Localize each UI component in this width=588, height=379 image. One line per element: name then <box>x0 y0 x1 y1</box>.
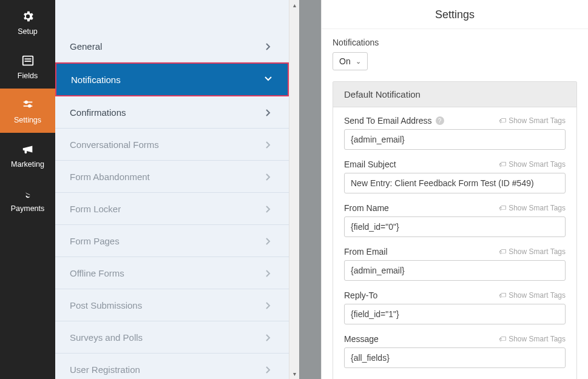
tag-icon: 🏷 <box>499 247 506 256</box>
nav-fields[interactable]: Fields <box>0 44 55 89</box>
tag-icon: 🏷 <box>499 160 506 169</box>
settings-item-offline-forms[interactable]: Offline Forms <box>55 257 289 289</box>
settings-item-label: Form Pages <box>70 236 120 246</box>
smart-tags-label: Show Smart Tags <box>509 291 566 300</box>
nav-marketing[interactable]: Marketing <box>0 133 55 177</box>
settings-item-form-locker[interactable]: Form Locker <box>55 193 289 225</box>
nav-label: Marketing <box>11 160 44 169</box>
settings-item-user-registration[interactable]: User Registration <box>55 354 289 379</box>
field-from-email: From Email 🏷 Show Smart Tags <box>344 247 566 281</box>
show-smart-tags[interactable]: 🏷 Show Smart Tags <box>499 204 566 212</box>
field-send-to: Send To Email Address ? 🏷 Show Smart Tag… <box>344 116 566 150</box>
field-label-text: Send To Email Address <box>344 116 432 126</box>
smart-tags-label: Show Smart Tags <box>509 116 566 125</box>
tag-icon: 🏷 <box>499 335 506 343</box>
send-to-input[interactable] <box>344 129 566 150</box>
field-from-name: From Name 🏷 Show Smart Tags <box>344 203 566 237</box>
chevron-down-icon: ⌄ <box>356 58 361 65</box>
reply-to-input[interactable] <box>344 304 566 324</box>
notification-card: Default Notification Send To Email Addre… <box>333 81 577 379</box>
settings-item-label: General <box>70 41 102 52</box>
nav-payments[interactable]: Payments <box>0 177 55 221</box>
nav-label: Payments <box>11 204 45 213</box>
field-label-text: Reply-To <box>344 290 377 300</box>
dollar-icon <box>21 186 35 201</box>
scrollbar[interactable]: ▴ ▾ <box>289 0 299 379</box>
settings-item-general[interactable]: General <box>55 30 289 62</box>
subject-input[interactable] <box>344 173 566 193</box>
chevron-right-icon <box>266 270 272 276</box>
nav-label: Settings <box>14 116 41 124</box>
smart-tags-label: Show Smart Tags <box>509 160 566 169</box>
settings-list: General Notifications Confirmations Conv… <box>55 0 289 379</box>
field-label-text: From Name <box>344 203 389 213</box>
settings-item-form-abandonment[interactable]: Form Abandonment <box>55 161 289 193</box>
settings-item-label: User Registration <box>70 364 140 375</box>
content-area: Settings Notifications On ⌄ Default Noti… <box>321 0 588 379</box>
nav-label: Fields <box>18 72 38 80</box>
svg-point-6 <box>28 105 30 107</box>
settings-item-label: Offline Forms <box>70 268 124 278</box>
settings-item-surveys-polls[interactable]: Surveys and Polls <box>55 321 289 354</box>
help-icon[interactable]: ? <box>436 116 444 125</box>
nav-label: Setup <box>18 27 38 36</box>
field-reply-to: Reply-To 🏷 Show Smart Tags <box>344 290 566 324</box>
settings-item-label: Form Locker <box>70 204 121 214</box>
chevron-right-icon <box>266 206 272 212</box>
field-label-text: Message <box>344 334 379 344</box>
chevron-right-icon <box>266 141 272 147</box>
show-smart-tags[interactable]: 🏷 Show Smart Tags <box>499 160 566 169</box>
page-title: Settings <box>322 0 588 29</box>
smart-tags-label: Show Smart Tags <box>509 335 566 343</box>
svg-point-4 <box>25 101 27 103</box>
notifications-toggle[interactable]: On ⌄ <box>333 52 368 70</box>
settings-item-notifications[interactable]: Notifications <box>55 62 289 96</box>
chevron-right-icon <box>266 302 272 308</box>
settings-submenu: General Notifications Confirmations Conv… <box>55 0 299 379</box>
message-input[interactable] <box>344 347 566 368</box>
field-label-text: Email Subject <box>344 159 396 169</box>
chevron-right-icon <box>266 173 272 179</box>
card-title: Default Notification <box>333 82 576 107</box>
settings-item-label: Post Submissions <box>70 300 142 310</box>
from-name-input[interactable] <box>344 216 566 237</box>
scroll-down-icon[interactable]: ▾ <box>289 369 299 379</box>
scroll-up-icon[interactable]: ▴ <box>289 0 299 10</box>
notifications-toggle-block: Notifications On ⌄ <box>333 38 577 70</box>
chevron-right-icon <box>266 334 272 340</box>
main-nav: Setup Fields Settings Marketing Payments <box>0 0 55 379</box>
settings-item-conversational-forms[interactable]: Conversational Forms <box>55 129 289 161</box>
chevron-right-icon <box>266 238 272 244</box>
bullhorn-icon <box>21 142 35 156</box>
chevron-right-icon <box>266 109 272 115</box>
list-icon <box>21 53 35 68</box>
show-smart-tags[interactable]: 🏷 Show Smart Tags <box>499 291 566 300</box>
settings-item-label: Conversational Forms <box>70 139 159 150</box>
panel-divider <box>299 0 321 379</box>
settings-item-label: Notifications <box>71 75 121 85</box>
chevron-down-icon <box>265 76 271 82</box>
field-message: Message 🏷 Show Smart Tags <box>344 334 566 368</box>
gear-icon <box>21 9 35 24</box>
chevron-right-icon <box>266 43 272 49</box>
settings-item-confirmations[interactable]: Confirmations <box>55 96 289 129</box>
sliders-icon <box>21 98 35 112</box>
tag-icon: 🏷 <box>499 204 506 212</box>
field-label-text: From Email <box>344 247 388 257</box>
nav-setup[interactable]: Setup <box>0 0 55 44</box>
show-smart-tags[interactable]: 🏷 Show Smart Tags <box>499 116 566 125</box>
settings-item-form-pages[interactable]: Form Pages <box>55 225 289 257</box>
field-subject: Email Subject 🏷 Show Smart Tags <box>344 159 566 193</box>
card-body: Send To Email Address ? 🏷 Show Smart Tag… <box>333 107 576 379</box>
settings-item-label: Confirmations <box>70 107 126 118</box>
from-email-input[interactable] <box>344 260 566 281</box>
smart-tags-label: Show Smart Tags <box>509 204 566 212</box>
settings-item-post-submissions[interactable]: Post Submissions <box>55 289 289 321</box>
show-smart-tags[interactable]: 🏷 Show Smart Tags <box>499 247 566 256</box>
tag-icon: 🏷 <box>499 116 506 125</box>
chevron-right-icon <box>266 366 272 372</box>
notifications-label: Notifications <box>333 38 577 47</box>
show-smart-tags[interactable]: 🏷 Show Smart Tags <box>499 335 566 343</box>
nav-settings[interactable]: Settings <box>0 89 55 133</box>
smart-tags-label: Show Smart Tags <box>509 247 566 256</box>
